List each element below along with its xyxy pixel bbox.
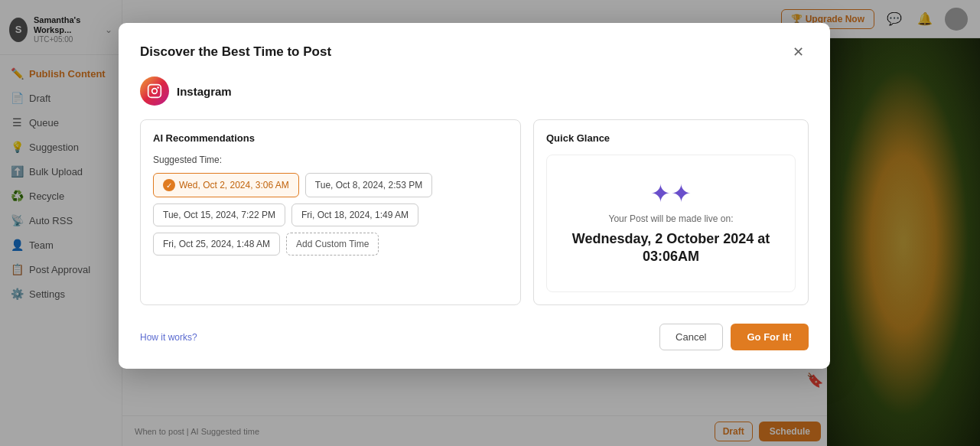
svg-rect-0 [148, 85, 161, 98]
quick-glance-subtitle: Your Post will be made live on: [609, 213, 734, 224]
quick-glance-date: Wednesday, 2 October 2024 at 03:06AM [572, 230, 770, 266]
svg-point-1 [152, 89, 158, 94]
svg-point-2 [157, 86, 159, 89]
add-custom-time-button[interactable]: Add Custom Time [286, 233, 379, 256]
instagram-row: Instagram [140, 77, 809, 106]
modal-header: Discover the Best Time to Post ✕ [140, 41, 809, 63]
modal-columns: AI Recommendations Suggested Time: ✓ Wed… [140, 119, 809, 305]
footer-buttons: Cancel Go For It! [659, 324, 809, 350]
cancel-button[interactable]: Cancel [659, 324, 722, 350]
time-slots-container: ✓ Wed, Oct 2, 2024, 3:06 AM Tue, Oct 8, … [153, 173, 508, 256]
quick-glance-panel: Quick Glance ✦✦ Your Post will be made l… [533, 119, 809, 305]
platform-label: Instagram [177, 85, 232, 98]
time-slot-2[interactable]: Tue, Oct 8, 2024, 2:53 PM [305, 173, 432, 197]
check-icon: ✓ [163, 179, 175, 191]
ai-recommendations-panel: AI Recommendations Suggested Time: ✓ Wed… [140, 119, 521, 305]
ai-section-title: AI Recommendations [153, 132, 508, 144]
time-slot-1[interactable]: ✓ Wed, Oct 2, 2024, 3:06 AM [153, 173, 299, 197]
quick-glance-inner: ✦✦ Your Post will be made live on: Wedne… [546, 155, 796, 292]
sparkle-icon: ✦✦ [650, 181, 692, 206]
quick-glance-title: Quick Glance [546, 132, 796, 144]
best-time-modal: Discover the Best Time to Post ✕ Instagr… [119, 23, 830, 369]
time-slot-3[interactable]: Tue, Oct 15, 2024, 7:22 PM [153, 203, 285, 226]
modal-footer: How it works? Cancel Go For It! [140, 324, 809, 350]
how-it-works-link[interactable]: How it works? [140, 332, 197, 343]
time-slot-4[interactable]: Fri, Oct 18, 2024, 1:49 AM [291, 203, 418, 226]
go-for-it-button[interactable]: Go For It! [731, 324, 809, 350]
time-slot-5[interactable]: Fri, Oct 25, 2024, 1:48 AM [153, 233, 280, 256]
instagram-icon [140, 77, 169, 106]
modal-title: Discover the Best Time to Post [140, 44, 331, 60]
modal-close-button[interactable]: ✕ [787, 41, 809, 63]
suggested-time-label: Suggested Time: [153, 155, 508, 165]
